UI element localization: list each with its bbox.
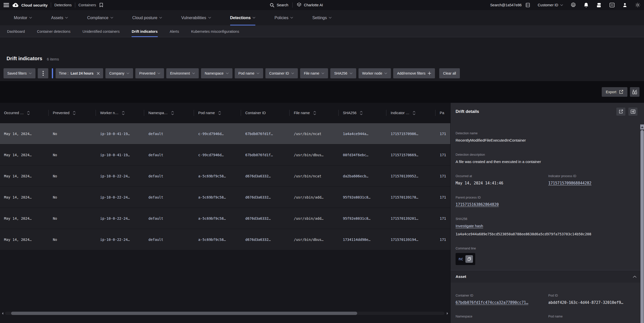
- indicator-link[interactable]: 171571570669…: [391, 153, 418, 157]
- charlotte-ai-button[interactable]: Charlotte AI: [297, 3, 323, 8]
- scroll-right-arrow-icon[interactable]: [447, 312, 449, 315]
- pod-link[interactable]: a-5c69bf9c58…: [198, 174, 226, 178]
- column-header-namespa[interactable]: Namespa…: [144, 103, 194, 123]
- sha-link[interactable]: 95f92e8031c8…: [343, 216, 371, 220]
- pod-link[interactable]: a-5c69bf9c58…: [198, 238, 226, 242]
- parent-link[interactable]: 171: [440, 216, 446, 220]
- indicator-link[interactable]: 171571570986…: [391, 132, 418, 136]
- indicator-link[interactable]: 171570139194…: [391, 238, 418, 242]
- container-link[interactable]: d676d3a6332…: [245, 174, 271, 178]
- add-remove-filters-button[interactable]: Add/remove filters: [393, 68, 435, 78]
- column-header-indicator[interactable]: Indicator …: [386, 103, 435, 123]
- time-filter-chip[interactable]: Time : Last 24 hours: [56, 68, 103, 78]
- worker-link[interactable]: ip-10-0-22-24…: [100, 238, 130, 242]
- worker-link[interactable]: ip-10-0-41-19…: [100, 153, 130, 157]
- collapse-section-button[interactable]: [633, 276, 636, 278]
- column-header-pod-name[interactable]: Pod name: [194, 103, 241, 123]
- column-header-container-id[interactable]: Container ID: [241, 103, 289, 123]
- filter-chip-namespace[interactable]: Namespace: [201, 68, 232, 78]
- column-header-worker-n[interactable]: Worker n…: [96, 103, 144, 123]
- container-id-link[interactable]: 67bdb076fd1fc474cca32a77890cc71…: [456, 300, 528, 305]
- sha-link[interactable]: 1734114dd98e…: [343, 238, 371, 242]
- namespace-link[interactable]: default: [148, 132, 163, 136]
- namespace-link[interactable]: default: [148, 195, 163, 199]
- user-profile-button[interactable]: [622, 3, 627, 8]
- column-header-pa[interactable]: Pa: [435, 103, 450, 123]
- search-context[interactable]: Search@1a547e86: [490, 3, 530, 8]
- indicator-link[interactable]: 171570139201…: [391, 216, 418, 220]
- table-row[interactable]: May 14, 2024…Noip-10-0-22-24…defaulta-5c…: [0, 229, 450, 250]
- tab-unidentified-containers[interactable]: Unidentified containers: [83, 26, 120, 37]
- sort-icon[interactable]: [73, 111, 76, 115]
- worker-link[interactable]: ip-10-0-22-24…: [100, 174, 130, 178]
- sort-icon[interactable]: [413, 111, 416, 115]
- sort-icon[interactable]: [27, 111, 30, 115]
- filter-chip-sha256[interactable]: SHA256: [330, 68, 356, 78]
- worker-link[interactable]: ip-10-0-22-24…: [100, 216, 130, 220]
- nav-item-detections[interactable]: Detections: [230, 10, 256, 25]
- container-link[interactable]: d676d3a6332…: [245, 216, 271, 220]
- global-search-button[interactable]: Search: [270, 3, 288, 8]
- hamburger-menu-button[interactable]: [4, 3, 9, 7]
- namespace-link[interactable]: default: [148, 216, 163, 220]
- filter-chip-worker-node[interactable]: Worker node: [358, 68, 391, 78]
- theme-toggle-button[interactable]: [635, 2, 640, 8]
- parent-link[interactable]: 171: [440, 174, 446, 178]
- container-link[interactable]: 67bdb076fd1f…: [245, 132, 273, 136]
- tab-alerts[interactable]: Alerts: [170, 26, 179, 37]
- indicator-link[interactable]: 171570139178…: [391, 195, 418, 199]
- panel-vertical-scrollbar[interactable]: [640, 124, 644, 323]
- activity-feed-button[interactable]: [596, 2, 602, 8]
- app-brand[interactable]: Cloud security: [12, 2, 48, 8]
- filter-chip-prevented[interactable]: Prevented: [135, 68, 164, 78]
- namespace-link[interactable]: default: [148, 153, 163, 157]
- sort-icon[interactable]: [218, 111, 221, 115]
- copy-command-button[interactable]: [465, 255, 473, 263]
- panel-scrollbar-thumb[interactable]: [640, 130, 644, 323]
- asset-section-header[interactable]: Asset: [451, 270, 644, 283]
- pod-link[interactable]: c-99cd7946d…: [198, 132, 224, 136]
- scroll-left-arrow-icon[interactable]: [2, 312, 4, 315]
- remove-time-filter-button[interactable]: [97, 72, 100, 75]
- sort-icon[interactable]: [313, 111, 316, 115]
- pod-link[interactable]: a-5c69bf9c58…: [198, 195, 226, 199]
- clear-all-filters-button[interactable]: Clear all: [439, 68, 460, 78]
- tab-dashboard[interactable]: Dashboard: [7, 26, 25, 37]
- table-row[interactable]: May 14, 2024…Noip-10-0-22-24…defaulta-5c…: [0, 165, 450, 186]
- container-link[interactable]: 67bdb076fd1f…: [245, 153, 273, 157]
- nav-item-assets[interactable]: Assets: [51, 10, 68, 25]
- filter-chip-container-id[interactable]: Container ID: [265, 68, 298, 78]
- namespace-link[interactable]: default: [148, 174, 163, 178]
- parent-link[interactable]: 171: [440, 132, 446, 136]
- filter-options-kebab-button[interactable]: [38, 68, 48, 78]
- nav-item-cloud-posture[interactable]: Cloud posture: [132, 10, 162, 25]
- console-button[interactable]: [609, 2, 615, 8]
- table-row[interactable]: May 14, 2024…Noip-10-0-22-24…defaulta-5c…: [0, 208, 450, 229]
- worker-link[interactable]: ip-10-0-22-24…: [100, 195, 130, 199]
- column-header-occurred[interactable]: Occurred …: [0, 103, 48, 123]
- sha-link[interactable]: da2ba606ecb…: [343, 174, 368, 178]
- indicator-link[interactable]: 171570139952…: [391, 174, 418, 178]
- sha-link[interactable]: 95f92e8031c8…: [343, 195, 371, 199]
- filter-chip-environment[interactable]: Environment: [166, 68, 199, 78]
- horizontal-scrollbar[interactable]: [0, 311, 450, 315]
- tab-kubernetes-misconfigurations[interactable]: Kubernetes misconfigurations: [191, 26, 239, 37]
- table-row[interactable]: May 14, 2024…Noip-10-0-41-19…defaultc-99…: [0, 144, 450, 165]
- table-row[interactable]: May 14, 2024…Noip-10-0-22-24…defaulta-5c…: [0, 186, 450, 208]
- parent-link[interactable]: 171: [440, 153, 446, 157]
- filter-chip-pod-name[interactable]: Pod name: [235, 68, 263, 78]
- badge-button[interactable]: [571, 2, 576, 8]
- tab-drift-indicators[interactable]: Drift indicators: [132, 26, 157, 37]
- saved-filters-button[interactable]: Saved filters: [4, 68, 35, 78]
- customer-id-dropdown[interactable]: Customer ID: [538, 3, 563, 7]
- column-header-sha256[interactable]: SHA256: [338, 103, 386, 123]
- worker-link[interactable]: ip-10-0-41-19…: [100, 132, 130, 136]
- sort-icon[interactable]: [171, 111, 174, 115]
- nav-item-policies[interactable]: Policies: [274, 10, 293, 25]
- nav-item-settings[interactable]: Settings: [312, 10, 332, 25]
- sha-link[interactable]: 08fd34f6ebc…: [343, 153, 368, 157]
- notifications-button[interactable]: [584, 2, 589, 8]
- topbar-link-detections[interactable]: Detections: [54, 3, 72, 7]
- bookmark-button[interactable]: [99, 3, 103, 7]
- topbar-link-containers[interactable]: Containers: [78, 3, 96, 7]
